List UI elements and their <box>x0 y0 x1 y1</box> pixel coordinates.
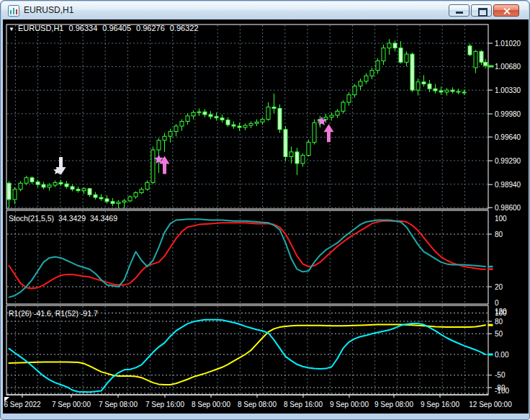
candle-body <box>295 152 299 164</box>
svg-text:7 Sep 00:00: 7 Sep 00:00 <box>52 401 91 408</box>
candle-body <box>439 91 443 92</box>
candle-body <box>336 111 339 115</box>
stoch-main-axis-marker <box>488 266 493 268</box>
candle-body <box>474 51 477 68</box>
candle-body <box>53 182 57 185</box>
svg-text:8 Sep 00:00: 8 Sep 00:00 <box>192 401 230 408</box>
svg-text:12 Sep 00:00: 12 Sep 00:00 <box>469 401 512 408</box>
candle-body <box>42 184 45 187</box>
candle-body <box>255 122 259 123</box>
maximize-button[interactable] <box>471 4 492 17</box>
candle-body <box>324 117 328 120</box>
candle-body <box>480 51 483 62</box>
close-icon <box>503 7 511 15</box>
candle-body <box>307 143 310 156</box>
stoch-signal-axis-marker <box>488 268 493 270</box>
svg-text:0.99290: 0.99290 <box>495 157 521 165</box>
candle-body <box>266 107 270 120</box>
candle-body <box>169 132 172 137</box>
candle-body <box>134 192 138 197</box>
candle-body <box>422 82 426 84</box>
candle-body <box>19 183 22 189</box>
svg-text:100: 100 <box>495 309 507 317</box>
candle-body <box>13 189 17 200</box>
candle-body <box>215 117 218 118</box>
svg-text:80: 80 <box>495 231 503 238</box>
candle-body <box>462 92 466 93</box>
candle-body <box>376 61 379 71</box>
candle-body <box>48 185 51 187</box>
candle-body <box>24 178 28 184</box>
candle-body <box>341 102 345 111</box>
candle-body <box>410 54 414 90</box>
svg-text:9 Sep 08:00: 9 Sep 08:00 <box>374 401 413 408</box>
candle-body <box>157 140 161 150</box>
candle-body <box>451 90 454 91</box>
candle-body <box>192 112 195 116</box>
candle-body <box>387 43 391 48</box>
svg-text:1.00330: 1.00330 <box>495 86 521 94</box>
window-icon[interactable] <box>8 5 19 17</box>
candle-body <box>186 116 189 122</box>
current-price-marker <box>488 66 494 68</box>
chart-canvas[interactable]: 1.010201.006801.003300.999800.996400.992… <box>3 19 529 414</box>
title-bar[interactable]: EURUSD,H1 <box>1 1 529 19</box>
candle-body <box>7 183 11 200</box>
candle-body <box>197 112 201 112</box>
svg-text:0.99640: 0.99640 <box>495 133 521 141</box>
candle-body <box>140 189 143 193</box>
svg-text:7 Sep 08:00: 7 Sep 08:00 <box>99 401 138 408</box>
candle-body <box>128 197 132 201</box>
chart-background[interactable] <box>3 19 529 414</box>
candle-body <box>364 76 368 81</box>
candle-body <box>209 115 212 117</box>
candle-body <box>88 189 91 195</box>
window-title: EURUSD,H1 <box>24 5 73 15</box>
minimize-icon <box>456 12 463 14</box>
chart-window: EURUSD,H1 1.010201.006801.003300.999800.… <box>0 0 530 420</box>
svg-text:1.00680: 1.00680 <box>495 63 521 71</box>
svg-text:9 Sep 16:00: 9 Sep 16:00 <box>421 401 459 408</box>
svg-text:0.98940: 0.98940 <box>495 181 521 189</box>
candle-body <box>65 184 68 187</box>
candle-body <box>76 189 80 191</box>
candle-body <box>232 125 235 126</box>
candle-body <box>468 46 472 55</box>
maximize-icon <box>478 8 488 17</box>
candle-body <box>428 84 431 89</box>
candle-body <box>203 112 207 115</box>
candle-body <box>278 109 282 130</box>
close-button[interactable] <box>493 4 519 17</box>
svg-text:-50: -50 <box>495 371 506 379</box>
candle-body <box>94 195 97 197</box>
candle-body <box>416 82 420 90</box>
candle-body <box>145 182 149 189</box>
svg-text:0.00: 0.00 <box>495 351 509 359</box>
minimize-button[interactable] <box>449 4 470 17</box>
candle-body <box>111 202 114 204</box>
candle-body <box>226 120 230 125</box>
chart-client-area: 1.010201.006801.003300.999800.996400.992… <box>3 19 529 414</box>
candle-body <box>261 120 264 122</box>
svg-text:6 Sep 2022: 6 Sep 2022 <box>4 401 41 408</box>
svg-text:0.98600: 0.98600 <box>495 204 521 212</box>
svg-text:0: 0 <box>495 299 499 307</box>
candle-body <box>122 201 126 202</box>
candle-body <box>484 62 488 66</box>
candle-body <box>105 199 109 202</box>
candle-body <box>82 189 86 191</box>
candle-body <box>359 81 362 86</box>
candle-body <box>405 54 408 62</box>
svg-text:20: 20 <box>495 283 503 291</box>
candle-body <box>393 43 397 48</box>
svg-text:1.01020: 1.01020 <box>495 40 521 48</box>
candle-body <box>445 90 449 92</box>
svg-text:100: 100 <box>495 215 507 223</box>
candle-body <box>382 48 385 61</box>
candle-body <box>238 126 241 128</box>
candle-body <box>399 48 403 63</box>
candle-body <box>284 130 287 157</box>
candle-body <box>289 152 293 157</box>
candle-body <box>30 178 34 182</box>
candle-body <box>99 197 103 199</box>
